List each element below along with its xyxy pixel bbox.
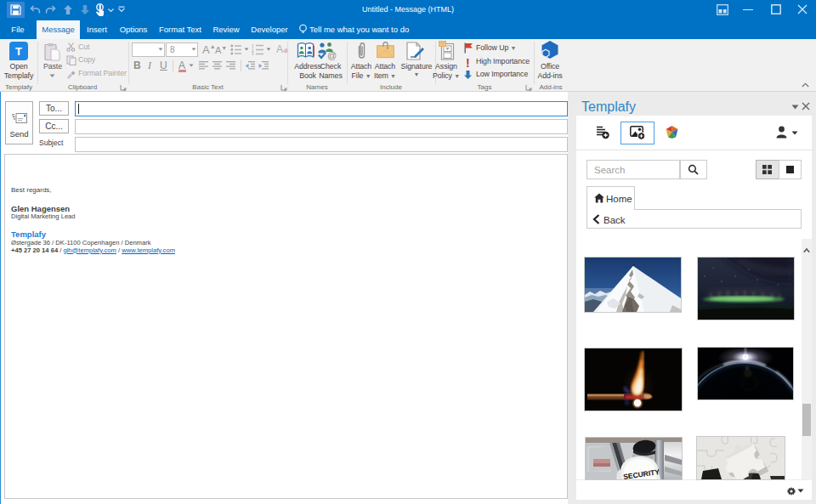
svg-text:@: @ (327, 50, 337, 60)
svg-text:A: A (276, 43, 283, 55)
svg-text:T: T (15, 45, 22, 58)
svg-text:3: 3 (252, 52, 254, 55)
